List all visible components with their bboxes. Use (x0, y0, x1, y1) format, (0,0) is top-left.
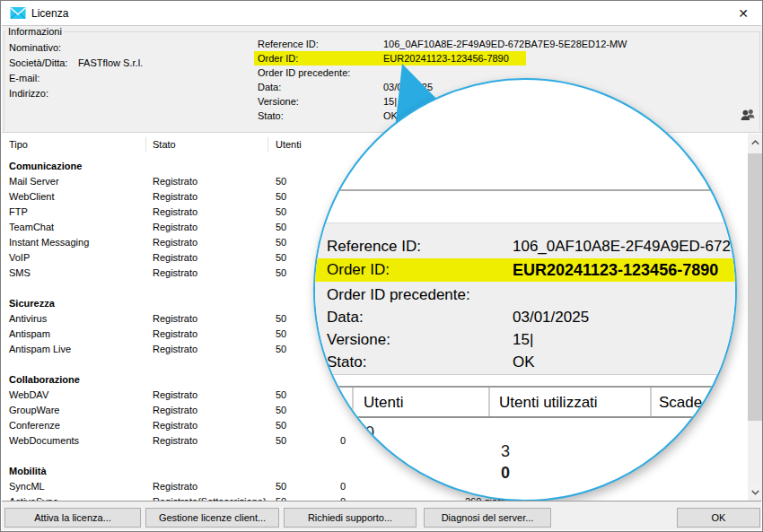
magnified-field-order-id-precedente: Order ID precedente: (315, 283, 735, 306)
magnified-column-utenti-utilizzati: Utenti utilizzati (499, 395, 598, 411)
magnified-field-versione: Versione:15| (315, 328, 735, 351)
cell-stato (153, 449, 276, 464)
cell-stato: Registrato (153, 266, 276, 281)
cell-stato: Registrato (153, 220, 276, 235)
cell-utenti: 50 (276, 388, 340, 403)
vertical-scrollbar[interactable] (748, 134, 763, 501)
chevron-up-icon (751, 140, 759, 145)
field-value: OK (513, 353, 535, 371)
header-separator (352, 388, 354, 416)
field-value: 03/01/2025 (513, 309, 589, 326)
field-value: EUR20241123-123456-7890 (513, 261, 718, 279)
table-row[interactable]: SyncMLRegistrato500 (2, 479, 748, 494)
scroll-up-button[interactable] (748, 134, 763, 152)
scrollbar-thumb[interactable] (748, 153, 763, 421)
field-label: Versione: (258, 94, 383, 109)
cell-tipo (9, 449, 153, 464)
diagnosi-server-button[interactable]: Diagnosi del server... (424, 508, 551, 528)
cell-stato (153, 296, 276, 311)
field-label: Order ID: (327, 258, 513, 282)
ok-button[interactable]: OK (677, 508, 760, 528)
field-label: Data: (258, 80, 383, 94)
cell-utenti (276, 449, 340, 464)
cell-utenti: 50 (276, 433, 340, 449)
scroll-down-button[interactable] (748, 484, 763, 501)
cell-tipo: VoIP (9, 250, 153, 266)
magnified-field-data: Data:03/01/2025 (315, 306, 735, 328)
cell-stato (153, 159, 276, 174)
field-indirizzo: Indirizzo: (9, 86, 78, 100)
cell-utenti (276, 159, 340, 174)
cell-tipo: Conferenze (9, 418, 153, 433)
field-label: Reference ID: (258, 37, 383, 51)
cell-stato: Registrato (153, 327, 276, 342)
groupbox-label: Informazioni (6, 26, 64, 37)
cell-tipo: Mobilità (9, 464, 153, 479)
cell-stato (153, 357, 276, 372)
users-icon (740, 109, 756, 122)
field-label: Order ID precedente: (327, 283, 513, 306)
field-label: Nominativo: (9, 40, 78, 55)
magnified-value: 3 (501, 442, 510, 460)
column-header-utenti[interactable]: Utenti (276, 138, 302, 151)
cell-tipo: SMS (9, 266, 153, 281)
field-label: E-mail: (9, 71, 78, 85)
magnified-divider (315, 189, 735, 191)
cell-stato: Registrato (153, 174, 276, 189)
cell-tipo: WebClient (9, 189, 153, 205)
cell-tipo: Mail Server (9, 174, 153, 189)
cell-tipo: Antispam Live (9, 342, 153, 357)
field-reference-id: Reference ID:106_0AF10A8E-2F49A9ED-672BA… (254, 37, 526, 51)
gestione-licenze-client-button[interactable]: Gestione licenze client... (145, 508, 279, 528)
cell-utenti: 50 (276, 479, 340, 494)
magnified-column-utenti: Utenti (364, 395, 403, 411)
cell-stato: Registrato (153, 388, 276, 403)
cell-tipo: TeamChat (9, 220, 153, 235)
header-separator[interactable] (267, 137, 268, 152)
field-value: 106_0AF10A8E-2F49A9ED-672BA (513, 238, 737, 255)
chevron-down-icon (751, 490, 759, 495)
field-label: Order ID precedente: (258, 65, 383, 80)
magnified-field-stato: Stato:OK (315, 351, 735, 373)
cell-utenti (276, 464, 340, 479)
attiva-licenza-button[interactable]: Attiva la licenza... (4, 508, 141, 528)
cell-stato: Registrato (153, 205, 276, 220)
cell-tipo: SyncML (9, 479, 153, 494)
cell-tipo: GroupWare (9, 403, 153, 418)
cell-tipo: Collaborazione (9, 372, 153, 388)
field-label: Versione: (327, 328, 513, 351)
cell-stato: Registrato (153, 479, 276, 494)
cell-stato: Registrato (153, 418, 276, 433)
field-label: Reference ID: (327, 235, 513, 257)
cell-tipo: Instant Messaging (9, 235, 153, 250)
column-header-tipo[interactable]: Tipo (9, 138, 28, 151)
magnified-field-order-id-highlighted: Order ID:EUR20241123-123456-7890 (315, 258, 735, 282)
magnified-column-scadenza: Scade (659, 395, 702, 411)
cell-utenti: 50 (276, 403, 340, 418)
cell-stato: Registrato (153, 342, 276, 357)
window-title: Licenza (31, 7, 68, 20)
cell-tipo: FTP (9, 205, 153, 220)
header-separator (488, 388, 490, 416)
cell-stato: Registrato (153, 235, 276, 250)
cell-stato: Registrato (153, 250, 276, 266)
cell-stato: Registrato (153, 403, 276, 418)
close-icon[interactable]: ✕ (733, 4, 753, 22)
cell-stato: Registrato (153, 311, 276, 327)
header-separator[interactable] (145, 137, 146, 152)
richiedi-supporto-button[interactable]: Richiedi supporto... (284, 508, 417, 528)
column-header-stato[interactable]: Stato (153, 138, 176, 151)
field-label: Indirizzo: (9, 86, 78, 100)
field-email: E-mail: (9, 71, 78, 85)
magnified-value: 0 (501, 464, 510, 482)
cell-tipo: Sicurezza (9, 296, 153, 311)
title-bar: Licenza ✕ (2, 1, 761, 26)
magnified-table-header: Utenti Utenti utilizzati Scade (315, 386, 735, 418)
field-label: Stato: (327, 351, 513, 373)
button-bar: Attiva la licenza... Gestione licenze cl… (2, 501, 761, 530)
field-nominativo: Nominativo: (9, 40, 78, 55)
cell-stato (153, 464, 276, 479)
cell-tipo (9, 357, 153, 372)
license-dialog: Licenza ✕ Informazioni Nominativo: Socie… (0, 0, 763, 532)
magnifier-bubble: Reference ID:106_0AF10A8E-2F49A9ED-672BA… (313, 78, 737, 501)
